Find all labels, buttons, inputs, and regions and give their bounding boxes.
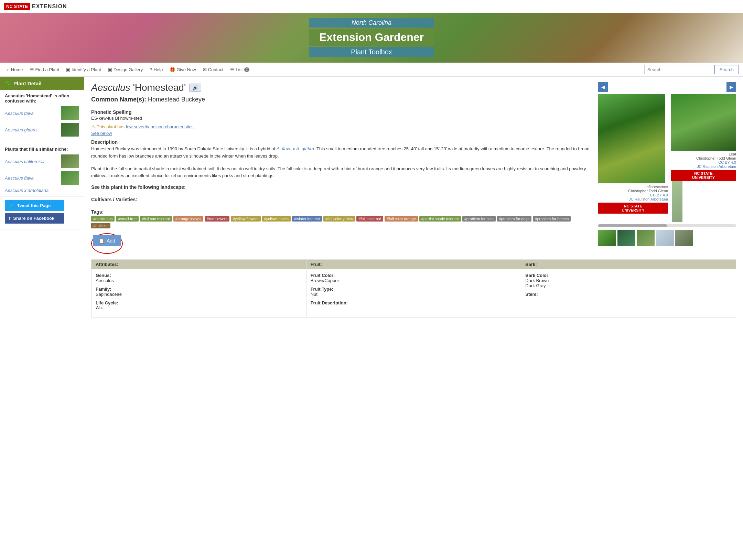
poison-link[interactable]: low severity poison characteristics. [126, 124, 195, 129]
nav-help-label: Help [153, 67, 163, 72]
tag-problem-horses[interactable]: #problem for horses [533, 216, 571, 222]
confused-item-1-name[interactable]: Aesculus flava [5, 111, 34, 116]
fruit-desc-label: Fruit Description: [311, 300, 517, 305]
fruit-header: Fruit: [306, 260, 521, 269]
sound-button[interactable]: 🔊 [189, 84, 201, 92]
confused-item-1: Aesculus flava [5, 106, 79, 120]
flava-link[interactable]: A. flava [277, 146, 291, 151]
nav-list[interactable]: ☰ List 2 [227, 66, 252, 74]
gift-icon: 🎁 [170, 67, 175, 72]
tweet-label: Tweet this Page [17, 203, 51, 208]
thumb-3[interactable] [637, 230, 655, 246]
tag-yellow-flowers[interactable]: #yellow flowers [231, 216, 261, 222]
thumb-1[interactable] [598, 230, 616, 246]
img-nav-row: ◀ ▶ [598, 82, 736, 92]
tag-small-tree[interactable]: #small tree [116, 216, 139, 222]
nav-design-label: Design Gallery [114, 67, 143, 72]
prev-image-button[interactable]: ◀ [598, 82, 608, 92]
nav-find-plant-label: Find a Plant [35, 67, 59, 72]
thumb-5[interactable] [675, 230, 693, 246]
genus-label: Genus: [96, 273, 302, 278]
nav-help[interactable]: ? Help [147, 66, 165, 74]
banner-title: Extension Gardener [309, 29, 434, 46]
tag-fall-red[interactable]: #fall color red [356, 216, 383, 222]
bark-header: Bark: [521, 260, 736, 269]
tag-problem-dogs[interactable]: #problem for dogs [497, 216, 532, 222]
nav-identify[interactable]: ▣ Identify a Plant [63, 66, 104, 74]
main-image-source[interactable]: JC Raulston Arboretum [629, 197, 668, 201]
bark-color-value1: Dark Brown [525, 278, 732, 283]
plant-genus-species: Aesculus 'Homestead' [91, 82, 186, 93]
fruit-type-label: Fruit Type: [311, 287, 517, 292]
tag-deciduous[interactable]: #deciduous [91, 216, 115, 222]
fruit-color-value: Brown/Copper [311, 278, 517, 283]
nav-give-now-label: Give Now [176, 67, 196, 72]
side-image-caption-text: Leaf [729, 152, 736, 156]
nav-give-now[interactable]: 🎁 Give Now [167, 66, 198, 74]
main-layout: 🌿 Plant Detail Aesculus 'Homestead' is o… [0, 77, 743, 323]
add-button[interactable]: 📋 Add [93, 235, 121, 246]
attributes-row: Attributes: Genus: Aesculus Family: Sapi… [91, 259, 736, 317]
tag-fall-orange[interactable]: #fall color orange [385, 216, 418, 222]
confused-item-1-thumb [61, 106, 79, 120]
tag-problem-cats[interactable]: #problem for cats [462, 216, 496, 222]
list-icon: ☰ [30, 67, 34, 72]
fruit-type-field: Fruit Type: Nut [311, 287, 517, 297]
genus-value: Aesculus [96, 278, 302, 283]
search-input[interactable] [644, 65, 713, 74]
plant-images-container: ◀ ▶ Inflorescence Christopher Todd Glenn… [598, 82, 736, 246]
tag-orange-leaves[interactable]: #orange leaves [173, 216, 203, 222]
similar-niche-section: Plants that fill a similar niche: Aescul… [0, 143, 84, 197]
side-image-source[interactable]: JC Raulston Arboretum [697, 164, 736, 169]
nc-state-logo: NC STATE EXTENSION [4, 3, 67, 10]
similar-item-1-name[interactable]: Aesculus californica [5, 159, 44, 164]
image-scrollbar[interactable] [598, 224, 736, 227]
tag-yellow-leaves[interactable]: #yellow leaves [262, 216, 291, 222]
also-item[interactable]: Aesculus x arnoldiana [5, 188, 49, 193]
facebook-label: Share on Facebook [13, 216, 54, 221]
nav-home[interactable]: ⌂ Home [4, 66, 26, 74]
tweet-button[interactable]: 🐦 Tweet this Page [5, 200, 64, 211]
tags-container: #deciduous #small tree #full sun toleran… [91, 216, 591, 228]
main-image-license[interactable]: CC BY 4.0 [650, 193, 668, 197]
side-plant-image[interactable] [671, 94, 736, 151]
leaf-icon: 🌿 [5, 80, 11, 86]
thumb-2[interactable] [617, 230, 635, 246]
main-plant-image[interactable] [598, 94, 665, 183]
next-image-button[interactable]: ▶ [726, 82, 736, 92]
confused-item-2-thumb [61, 123, 79, 137]
ncstate-badge-2: NC STATEUNIVERSITY [671, 170, 736, 181]
facebook-icon: f [9, 216, 10, 221]
main-image-caption-text: Inflorescence [646, 185, 668, 189]
plant-genus: Aesculus [91, 82, 130, 93]
tag-fruitless[interactable]: #fruitless [91, 223, 110, 228]
tag-fall-yellow[interactable]: #fall color yellow [323, 216, 355, 222]
envelope-icon: ✉ [203, 67, 207, 72]
tag-full-sun[interactable]: #full sun tolerant [140, 216, 172, 222]
nav-list-icon: ☰ [230, 67, 234, 72]
tag-winter-interest[interactable]: #winter interest [292, 216, 322, 222]
nav-bar: ⌂ Home ☰ Find a Plant ▣ Identify a Plant… [0, 63, 743, 77]
side-image-block: Leaf Christopher Todd Glenn CC BY 4.0 JC… [671, 94, 736, 222]
search-button[interactable]: Search [714, 65, 739, 74]
bark-col: Bark: Bark Color: Dark Brown Dark Gray S… [521, 260, 736, 317]
banner: North Carolina Extension Gardener Plant … [0, 13, 743, 63]
bark-body: Bark Color: Dark Brown Dark Gray Stem: [521, 269, 736, 304]
fruit-col: Fruit: Fruit Color: Brown/Copper Fruit T… [306, 260, 521, 317]
nav-contact[interactable]: ✉ Contact [200, 66, 226, 74]
add-button-highlight: 📋 Add [91, 233, 123, 254]
thumb-4[interactable] [656, 230, 674, 246]
fruit-desc-field: Fruit Description: [311, 300, 517, 305]
nav-find-plant[interactable]: ☰ Find a Plant [27, 66, 62, 74]
nav-design[interactable]: ▣ Design Gallery [105, 66, 146, 74]
tag-partial-shade[interactable]: #partial shade tolerant [419, 216, 461, 222]
facebook-button[interactable]: f Share on Facebook [5, 213, 64, 224]
common-name-label: Common Name(s): [91, 96, 146, 103]
side-image-license[interactable]: CC BY 4.0 [718, 160, 736, 164]
nav-home-label: Home [11, 67, 23, 72]
confused-item-2-name[interactable]: Aesculus glabra [5, 127, 37, 132]
partial-third-image [672, 181, 682, 222]
similar-item-2-name[interactable]: Aesculus flava [5, 175, 34, 181]
glabra-link[interactable]: A. glabra [296, 146, 314, 151]
tag-red-flowers[interactable]: #red flowers [205, 216, 229, 222]
